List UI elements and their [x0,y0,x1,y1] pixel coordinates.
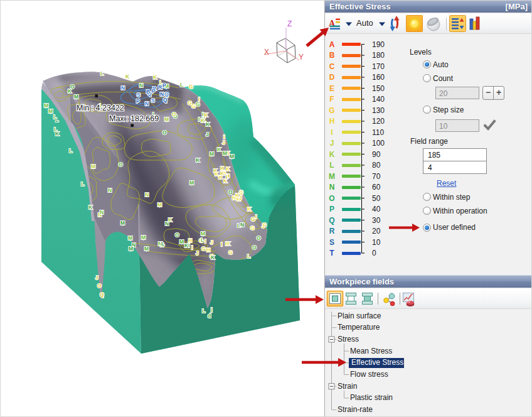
svg-text:d: d [208,313,211,319]
svg-text:K: K [247,206,252,212]
svg-text:I: I [226,174,227,180]
svg-text:Q: Q [100,291,104,298]
svg-text:M: M [164,116,169,122]
svg-text:K: K [184,242,189,249]
svg-text:K: K [211,254,215,261]
svg-text:N: N [139,82,143,89]
svg-text:M: M [189,180,194,186]
svg-text:K: K [217,146,221,153]
svg-text:N: N [240,222,244,228]
svg-text:I: I [205,238,206,244]
svg-text:G: G [191,103,196,109]
svg-text:M: M [91,163,95,170]
svg-text:I: I [221,241,222,247]
svg-text:R: R [158,84,162,90]
svg-text:M: M [230,153,234,160]
svg-text:J: J [210,239,213,246]
svg-text:L: L [69,148,72,154]
svg-text:M: M [74,94,78,100]
svg-text:O: O [97,283,102,289]
svg-text:N: N [108,187,112,193]
svg-text:B: B [146,89,150,95]
svg-text:I: I [191,244,193,251]
svg-text:N: N [145,192,149,198]
svg-text:O: O [172,111,176,117]
svg-text:K: K [226,166,230,172]
svg-text:L: L [201,237,204,243]
svg-text:L: L [81,181,84,187]
svg-text:H: H [206,247,210,253]
svg-text:I: I [188,242,189,249]
svg-text:K: K [215,171,219,177]
svg-text:O: O [119,161,123,168]
svg-text:M: M [201,230,205,237]
svg-text:N: N [145,100,149,107]
svg-text:L: L [180,82,183,88]
svg-text:K: K [235,192,240,198]
svg-text:M: M [48,108,53,114]
svg-text:P: P [162,82,166,89]
svg-text:l: l [211,307,212,313]
svg-text:K: K [196,157,200,163]
svg-text:M: M [128,235,132,241]
svg-text:M: M [144,246,149,252]
svg-text:G: G [189,84,193,90]
svg-text:L: L [55,117,58,123]
svg-text:K: K [125,73,130,80]
svg-text:L: L [161,241,164,247]
svg-text:K: K [88,204,93,210]
svg-text:G: G [250,225,255,231]
svg-text:K: K [220,170,225,176]
svg-text:O: O [257,235,261,241]
svg-text:X: X [264,48,269,57]
svg-text:J: J [262,223,265,229]
svg-text:G: G [201,246,206,252]
svg-text:L: L [237,222,240,229]
svg-text:J: J [206,131,209,138]
svg-text:N: N [121,85,125,91]
svg-text:P: P [152,88,156,94]
svg-text:L: L [202,308,205,314]
svg-text:M: M [157,202,162,208]
svg-text:Z: Z [287,19,292,28]
svg-text:M: M [179,239,184,245]
svg-text:K: K [168,217,173,223]
svg-text:Auto: Auto [356,18,373,28]
svg-text:K: K [201,117,205,124]
svg-text:O: O [228,189,233,195]
svg-text:M: M [141,234,146,241]
svg-text:K: K [68,88,72,94]
svg-text:O: O [252,244,257,251]
svg-text:L: L [247,253,250,259]
svg-text:I: I [198,116,200,122]
svg-text:N: N [100,209,104,215]
svg-text:K: K [206,121,210,127]
svg-text:G: G [228,249,233,256]
svg-text:S: S [151,97,155,104]
svg-text:Q: Q [163,97,168,103]
svg-text:Max : 182.669: Max : 182.669 [109,114,159,123]
svg-text:M: M [129,246,133,252]
svg-text:J: J [196,250,199,256]
svg-text:Y: Y [299,53,304,62]
svg-text:M: M [44,102,48,109]
svg-text:J: J [222,139,225,146]
svg-text:J: J [95,274,98,281]
svg-text:K: K [55,131,60,137]
svg-text:H: H [225,241,229,247]
svg-text:S: S [137,92,141,98]
svg-text:L: L [100,70,104,77]
svg-text:P: P [136,98,140,104]
svg-text:J: J [240,190,243,196]
svg-text:I: I [198,96,200,102]
svg-text:O: O [175,232,179,238]
svg-text:G: G [251,216,255,222]
svg-text:M: M [120,220,125,226]
svg-text:M: M [223,150,227,156]
svg-text:Min : 4.23422: Min : 4.23422 [77,104,124,112]
svg-text:K: K [153,74,157,80]
svg-text:O: O [162,129,167,136]
svg-text:I: I [255,214,257,220]
svg-text:M: M [210,151,214,157]
